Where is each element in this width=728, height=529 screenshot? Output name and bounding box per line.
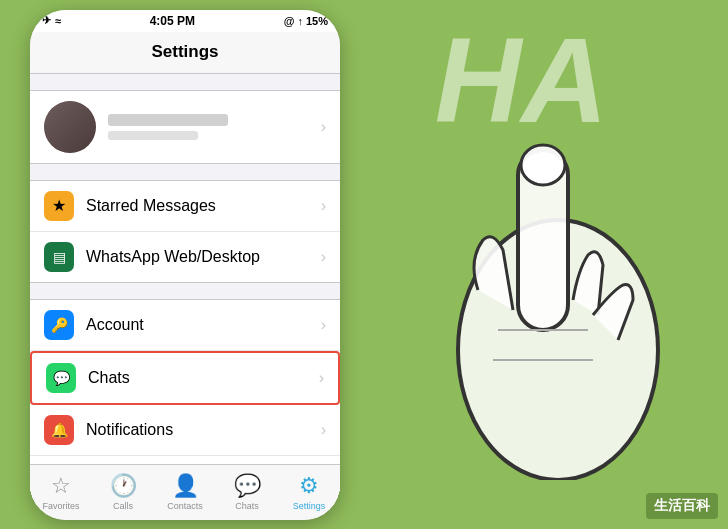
contacts-icon: 👤 — [172, 473, 199, 499]
account-row[interactable]: 🔑 Account › — [30, 300, 340, 351]
whatsapp-web-row[interactable]: ▤ WhatsApp Web/Desktop › — [30, 232, 340, 282]
tab-settings[interactable]: ⚙ Settings — [278, 473, 340, 511]
watermark: 生活百科 — [646, 493, 718, 519]
account-icon: 🔑 — [44, 310, 74, 340]
status-bar: ✈ ≈ 4:05 PM @ ↑ 15% — [30, 10, 340, 32]
avatar — [44, 101, 96, 153]
airplane-icon: ✈ — [42, 14, 51, 27]
chats-row[interactable]: 💬 Chats › — [30, 351, 340, 405]
status-right: @ ↑ 15% — [284, 15, 328, 27]
svg-point-2 — [521, 145, 565, 185]
background-letters: HA — [435, 20, 608, 140]
account-chevron: › — [321, 316, 326, 334]
contacts-label: Contacts — [167, 501, 203, 511]
favorites-label: Favorites — [42, 501, 79, 511]
menu-section-1: ★ Starred Messages › ▤ WhatsApp Web/Desk… — [30, 180, 340, 283]
chats-chevron: › — [319, 369, 324, 387]
signal-icon: @ ↑ — [284, 15, 303, 27]
tab-contacts[interactable]: 👤 Contacts — [154, 473, 216, 511]
gap3 — [30, 283, 340, 299]
status-time: 4:05 PM — [150, 14, 195, 28]
profile-sub-blurred — [108, 131, 198, 140]
starred-icon: ★ — [44, 191, 74, 221]
svg-rect-1 — [518, 150, 568, 330]
notifications-chevron: › — [321, 421, 326, 439]
page-title: Settings — [151, 42, 218, 62]
calls-label: Calls — [113, 501, 133, 511]
tab-chats-icon: 💬 — [234, 473, 261, 499]
gap2 — [30, 164, 340, 180]
whatsapp-web-label: WhatsApp Web/Desktop — [86, 248, 309, 266]
nav-bar: Settings — [30, 32, 340, 74]
tab-favorites[interactable]: ☆ Favorites — [30, 473, 92, 511]
avatar-image — [44, 101, 96, 153]
phone-mockup: ✈ ≈ 4:05 PM @ ↑ 15% Settings › — [30, 10, 340, 520]
starred-messages-row[interactable]: ★ Starred Messages › — [30, 181, 340, 232]
calls-icon: 🕐 — [110, 473, 137, 499]
starred-chevron: › — [321, 197, 326, 215]
profile-name-blurred — [108, 114, 228, 126]
svg-point-0 — [458, 220, 658, 480]
whatsapp-web-icon: ▤ — [44, 242, 74, 272]
chats-label: Chats — [88, 369, 307, 387]
chats-icon: 💬 — [46, 363, 76, 393]
tab-chats-label: Chats — [235, 501, 259, 511]
whatsapp-web-chevron: › — [321, 248, 326, 266]
tab-chats[interactable]: 💬 Chats — [216, 473, 278, 511]
profile-chevron: › — [321, 118, 326, 136]
settings-content: › ★ Starred Messages › ▤ WhatsApp Web/De… — [30, 74, 340, 507]
gap1 — [30, 74, 340, 90]
favorites-icon: ☆ — [51, 473, 71, 499]
profile-row[interactable]: › — [30, 91, 340, 163]
hand-illustration — [388, 60, 728, 480]
notifications-icon: 🔔 — [44, 415, 74, 445]
account-label: Account — [86, 316, 309, 334]
profile-section: › — [30, 90, 340, 164]
settings-icon: ⚙ — [299, 473, 319, 499]
status-left: ✈ ≈ — [42, 14, 61, 27]
settings-label: Settings — [293, 501, 326, 511]
tab-bar: ☆ Favorites 🕐 Calls 👤 Contacts 💬 Chats ⚙… — [30, 464, 340, 520]
starred-label: Starred Messages — [86, 197, 309, 215]
profile-info — [108, 114, 309, 140]
wifi-icon: ≈ — [55, 15, 61, 27]
tab-calls[interactable]: 🕐 Calls — [92, 473, 154, 511]
notifications-row[interactable]: 🔔 Notifications › — [30, 405, 340, 456]
battery-icon: 15% — [306, 15, 328, 27]
notifications-label: Notifications — [86, 421, 309, 439]
